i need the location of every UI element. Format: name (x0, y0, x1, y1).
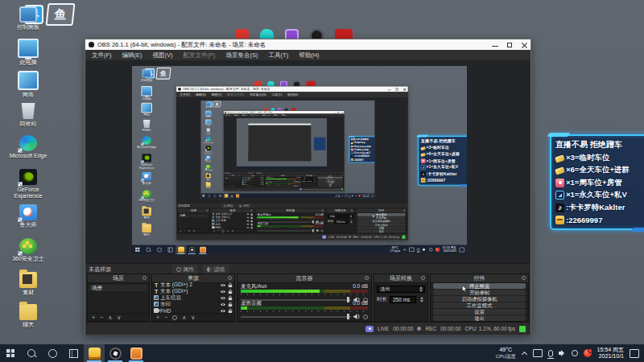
desktop-settings-gear-icon[interactable] (321, 229, 324, 232)
microphone-tray-icon[interactable] (349, 195, 350, 196)
desktop-icon-360[interactable]: 360安全卫士 (135, 190, 158, 203)
minimize-button[interactable] (388, 88, 391, 91)
close-button[interactable] (402, 88, 406, 91)
transition-stepper[interactable] (418, 286, 424, 292)
remove-scene-button[interactable]: − (100, 315, 103, 321)
maximize-button[interactable] (506, 42, 513, 48)
duration-stepper[interactable] (314, 180, 316, 182)
pin-icon[interactable] (421, 276, 425, 280)
menu-view[interactable]: 视图(V) (212, 93, 222, 97)
studio-mode-button[interactable]: 工作室模式 (433, 302, 526, 308)
notification-center-icon[interactable] (460, 247, 464, 252)
desktop-icon-geforce[interactable]: GeForce Experience (6, 169, 50, 200)
eye-icon[interactable] (220, 309, 226, 313)
settings-button[interactable]: 设置 (433, 309, 526, 315)
start-recording-button[interactable]: 开始录制 (357, 216, 406, 220)
obs-preview-area[interactable] (224, 117, 345, 171)
taskbar-app-yellow[interactable] (223, 193, 229, 198)
speaker-icon[interactable] (316, 229, 320, 232)
source-down-button[interactable]: ∨ (191, 315, 195, 321)
menu-help[interactable]: 帮助(H) (299, 51, 319, 60)
desktop-settings-gear-icon[interactable] (299, 185, 300, 187)
lock-icon[interactable] (228, 282, 233, 288)
taskbar-clock[interactable]: 15:54 周五 2021/10/1 (443, 246, 456, 253)
pin-icon[interactable] (322, 209, 324, 212)
start-button[interactable] (132, 245, 143, 254)
desktop-icon-ludashi[interactable]: 鲁大师 (6, 204, 50, 228)
desktop-icon-control-panel[interactable]: 控制面板 (202, 102, 214, 109)
security-tray-icon[interactable] (584, 349, 592, 357)
desktop-volume-slider[interactable] (257, 230, 314, 231)
desktop-icon-recycle-bin[interactable]: 回收站 (6, 103, 50, 127)
maximize-button[interactable] (395, 88, 398, 91)
transition-select[interactable]: 淡出 (377, 286, 425, 293)
tray-expand-icon[interactable] (403, 248, 407, 251)
desktop-icon-network[interactable]: 网络 (6, 71, 50, 98)
display-tray-icon[interactable] (345, 195, 347, 197)
pin-icon[interactable] (228, 276, 232, 280)
menu-help[interactable]: 帮助(H) (287, 93, 298, 97)
cortana-button[interactable] (154, 245, 165, 254)
scene-down-button[interactable]: ∨ (193, 229, 196, 232)
transition-stepper[interactable] (314, 178, 316, 179)
volume-tray-icon[interactable] (352, 195, 353, 196)
display-tray-icon[interactable] (533, 349, 543, 357)
taskbar-clock[interactable]: 15:54 周五 2021/10/1 (362, 194, 369, 197)
obs-title-bar[interactable]: OBS 26.1.1 (64-bit, windows) - 配置文件: 未命名… (176, 86, 408, 92)
duration-input[interactable]: 250 ms (306, 180, 313, 182)
desktop-icon-control-panel[interactable]: 控制面板 (135, 69, 158, 82)
menu-edit[interactable]: 编辑(E) (122, 51, 142, 60)
lock-icon[interactable] (228, 289, 233, 294)
speaker-icon[interactable] (296, 185, 298, 187)
desktop-icon-edge[interactable]: Microsoft Edge (6, 135, 50, 159)
display-tray-icon[interactable] (409, 248, 414, 252)
transition-stepper[interactable] (349, 215, 353, 218)
duration-stepper[interactable] (349, 220, 353, 224)
source-down-button[interactable]: ∨ (231, 229, 233, 232)
microphone-tray-icon[interactable] (548, 350, 553, 357)
scene-list-item[interactable]: 场景 (89, 285, 147, 291)
desktop-icon-chat-folder[interactable]: 聊天 (6, 304, 50, 328)
source-up-button[interactable]: ∧ (182, 315, 186, 321)
menu-scene-collection[interactable]: 场景集合(S) (226, 51, 258, 60)
settings-tray-icon[interactable] (572, 350, 578, 356)
add-source-button[interactable]: + (213, 229, 215, 232)
pin-icon[interactable] (206, 209, 208, 212)
eye-icon[interactable] (220, 302, 226, 306)
eye-icon[interactable] (220, 296, 226, 300)
desktop-icon-material-folder[interactable]: 素材 (6, 272, 50, 296)
obs-title-bar[interactable]: OBS 26.1.1 (64-bit, windows) - 配置文件: 未命名… (85, 39, 530, 50)
task-view-button[interactable] (165, 245, 176, 254)
tray-expand-icon[interactable] (522, 351, 527, 356)
pin-icon[interactable] (250, 209, 253, 212)
properties-button[interactable]: 属性 (172, 265, 198, 274)
taskbar-app-yellow[interactable] (84, 344, 105, 362)
cortana-button[interactable] (212, 193, 217, 198)
taskbar-app-obs[interactable] (187, 245, 198, 254)
desktop-icon-360[interactable]: 360安全卫士 (6, 238, 50, 262)
pin-icon[interactable] (142, 276, 147, 280)
duration-input[interactable]: 250 ms (390, 296, 416, 303)
taskbar-app-orange[interactable] (234, 193, 240, 198)
filters-button[interactable]: 滤镜 (203, 265, 229, 274)
desktop-icon-network[interactable]: 网络 (202, 119, 214, 126)
menu-profile[interactable]: 配置文件(P) (227, 93, 244, 97)
eye-icon[interactable] (246, 220, 250, 222)
minimize-button[interactable] (333, 112, 335, 113)
security-tray-icon[interactable] (436, 248, 440, 252)
desktop-icon-material-folder[interactable]: 素材 (202, 174, 214, 180)
scene-list-item[interactable]: 场景 (179, 214, 208, 217)
scene-up-button[interactable]: ∧ (108, 315, 112, 321)
desktop-icon-360[interactable]: 360安全卫士 (202, 165, 214, 171)
start-recording-button[interactable]: 开始录制 (433, 290, 526, 295)
pin-icon[interactable] (315, 175, 316, 175)
obs-preview-area[interactable]: 粤 鱼 控制面板 此电脑 网络 回收站 Microsoft Edge GeFor… (176, 97, 408, 203)
add-source-button[interactable]: + (156, 315, 159, 321)
taskbar-app-obs[interactable] (229, 193, 234, 198)
desktop-icon-recycle-bin[interactable]: 回收站 (202, 128, 214, 134)
lock-icon[interactable] (228, 295, 233, 301)
pin-icon[interactable] (351, 209, 353, 212)
desktop-icon-network[interactable]: 网络 (135, 103, 158, 117)
desktop-icon-chat-folder[interactable]: 聊天 (202, 183, 214, 189)
taskbar-search-button[interactable] (143, 245, 155, 254)
